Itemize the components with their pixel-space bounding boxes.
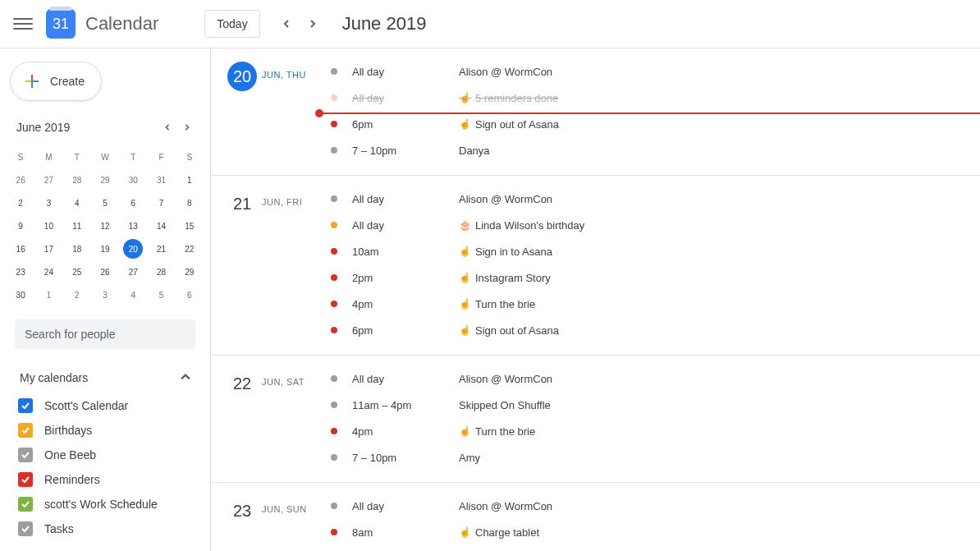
mini-day[interactable]: 29 <box>91 168 119 191</box>
calendar-item[interactable]: Reminders <box>15 467 195 492</box>
mini-day[interactable]: 15 <box>176 214 204 237</box>
day-number[interactable]: 20 <box>227 62 257 91</box>
event-color-dot <box>331 301 337 307</box>
mini-day[interactable]: 5 <box>147 283 175 306</box>
mini-day[interactable]: 29 <box>176 260 204 283</box>
event-row[interactable]: 4pm☝Turn the brie <box>327 418 980 444</box>
event-row[interactable]: 6pm☝Sign out of Asana <box>327 317 980 343</box>
svg-rect-3 <box>33 80 39 82</box>
mini-day[interactable]: 10 <box>34 214 62 237</box>
mini-day[interactable]: 11 <box>63 214 91 237</box>
mini-day[interactable]: 18 <box>63 237 91 260</box>
mini-day[interactable]: 2 <box>63 283 91 306</box>
event-time: 10am <box>352 246 459 258</box>
mini-calendar-title: June 2019 <box>16 121 70 134</box>
event-row[interactable]: All dayAlison @ WormCon <box>327 58 980 85</box>
mini-day[interactable]: 7 <box>147 191 175 214</box>
mini-day[interactable]: 16 <box>7 237 34 260</box>
calendar-label: Birthdays <box>44 424 92 437</box>
event-color-dot <box>331 222 337 228</box>
mini-day[interactable]: 28 <box>63 168 91 191</box>
event-row[interactable]: All dayAlison @ WormCon <box>327 186 980 212</box>
mini-day[interactable]: 30 <box>7 283 34 306</box>
mini-day[interactable]: 1 <box>176 168 204 191</box>
event-row[interactable]: All dayAlison @ WormCon <box>327 365 980 392</box>
calendar-item[interactable]: Tasks <box>15 517 195 541</box>
event-title: Alison @ WormCon <box>459 66 552 78</box>
event-row[interactable]: 7 – 10pmAmy <box>327 444 980 471</box>
mini-day[interactable]: 30 <box>119 168 147 191</box>
day-number[interactable]: 23 <box>227 496 257 526</box>
app-title: Calendar <box>85 13 158 34</box>
event-time: All day <box>352 66 459 78</box>
mini-day[interactable]: 27 <box>119 260 147 283</box>
event-row[interactable]: 8am☝Charge tablet <box>327 519 980 545</box>
event-color-dot <box>331 147 337 154</box>
mini-day[interactable]: 26 <box>91 260 119 283</box>
mini-day[interactable]: 9 <box>7 214 34 237</box>
event-row[interactable]: All day☝5 reminders done <box>327 85 980 111</box>
calendar-logo-icon: 31 <box>46 9 76 39</box>
search-people-input[interactable]: Search for people <box>15 319 195 349</box>
day-number[interactable]: 22 <box>227 369 257 398</box>
calendar-label: scott's Work Schedule <box>44 498 158 511</box>
mini-day[interactable]: 4 <box>63 191 91 214</box>
mini-day[interactable]: 26 <box>7 168 34 191</box>
mini-day[interactable]: 27 <box>34 168 62 191</box>
mini-day[interactable]: 1 <box>34 283 62 306</box>
mini-day[interactable]: 17 <box>34 237 62 260</box>
svg-rect-4 <box>31 80 33 82</box>
mini-day[interactable]: 14 <box>147 214 175 237</box>
event-row[interactable]: 10am☝Sign in to Asana <box>327 238 980 264</box>
mini-next-button[interactable] <box>177 117 197 137</box>
event-row[interactable]: 6pm☝Sign out of Asana <box>327 111 980 137</box>
mini-day[interactable]: 25 <box>63 260 91 283</box>
calendar-item[interactable]: Birthdays <box>15 418 195 443</box>
prev-period-button[interactable] <box>273 11 300 37</box>
mini-day[interactable]: 13 <box>119 214 147 237</box>
event-title: Skipped On Shuffle <box>459 399 551 411</box>
event-row[interactable]: 2pm☝Instagram Story <box>327 264 980 291</box>
my-calendars-toggle[interactable]: My calendars <box>15 362 195 393</box>
mini-day[interactable]: 6 <box>119 191 147 214</box>
mini-dow: T <box>63 145 91 168</box>
mini-day[interactable]: 2 <box>7 191 34 214</box>
day-number[interactable]: 21 <box>227 189 257 218</box>
event-row[interactable]: 7 – 10pmDanya <box>327 137 980 163</box>
mini-day[interactable]: 19 <box>91 237 119 260</box>
mini-day[interactable]: 21 <box>147 237 175 260</box>
mini-day[interactable]: 20 <box>119 237 147 260</box>
mini-day[interactable]: 23 <box>7 260 34 283</box>
event-row[interactable]: 11am – 4pmSkipped On Shuffle <box>327 392 980 418</box>
mini-day[interactable]: 28 <box>147 260 175 283</box>
next-period-button[interactable] <box>300 11 326 37</box>
create-button[interactable]: Create <box>10 62 102 101</box>
mini-day[interactable]: 31 <box>147 168 175 191</box>
event-row[interactable]: 4pm☝Turn the brie <box>327 291 980 317</box>
event-row[interactable]: All dayAlison @ WormCon <box>327 493 980 519</box>
mini-day[interactable]: 6 <box>176 283 204 306</box>
mini-day[interactable]: 4 <box>119 283 147 306</box>
mini-day[interactable]: 3 <box>34 191 62 214</box>
calendar-item[interactable]: Scott's Calendar <box>15 393 195 418</box>
event-title: Amy <box>459 452 480 464</box>
event-time: All day <box>352 193 459 205</box>
event-row[interactable]: 4 – 5pmMeal Prep <box>327 545 980 551</box>
event-time: 6pm <box>352 118 459 131</box>
event-row[interactable]: All day🎂Linda Wilson's birthday <box>327 212 980 238</box>
mini-day[interactable]: 22 <box>176 237 204 260</box>
today-button[interactable]: Today <box>204 10 259 38</box>
mini-day[interactable]: 5 <box>91 191 119 214</box>
calendar-item[interactable]: One Beeb <box>15 443 195 467</box>
mini-day[interactable]: 12 <box>91 214 119 237</box>
event-title: Alison @ WormCon <box>459 373 552 385</box>
mini-day[interactable]: 8 <box>176 191 204 214</box>
event-title: 🎂Linda Wilson's birthday <box>459 219 584 232</box>
event-title: Alison @ WormCon <box>459 193 552 205</box>
main-menu-button[interactable] <box>13 14 33 34</box>
mini-prev-button[interactable] <box>158 117 177 137</box>
event-title: ☝Instagram Story <box>459 272 551 284</box>
mini-day[interactable]: 24 <box>34 260 62 283</box>
calendar-item[interactable]: scott's Work Schedule <box>15 492 195 517</box>
mini-day[interactable]: 3 <box>91 283 119 306</box>
